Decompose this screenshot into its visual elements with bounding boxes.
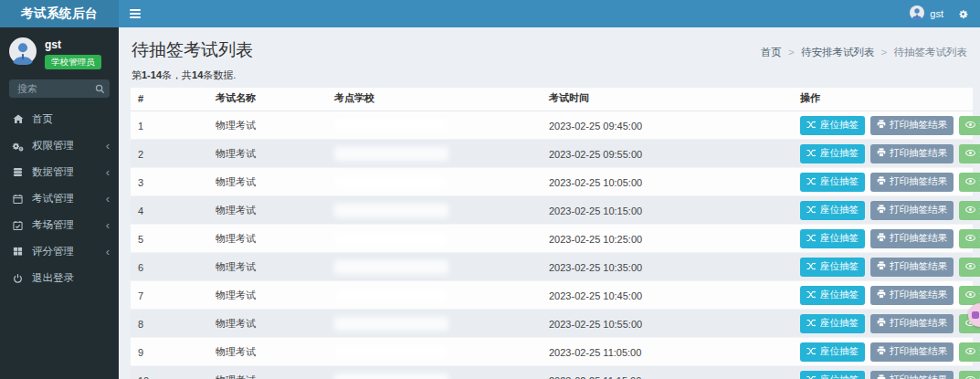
- eye-icon: [965, 233, 975, 244]
- print-draw-result-button[interactable]: 打印抽签结果: [870, 286, 954, 305]
- seat-draw-button[interactable]: 座位抽签: [800, 342, 865, 362]
- print-draw-result-button[interactable]: 打印抽签结果: [870, 258, 954, 277]
- print-draw-result-button[interactable]: 打印抽签结果: [870, 342, 954, 362]
- breadcrumb-home[interactable]: 首页: [761, 47, 782, 58]
- print-draw-result-button[interactable]: 打印抽签结果: [870, 173, 954, 192]
- actions-cell: 座位抽签 打印抽签结果 查看: [793, 196, 973, 225]
- calendar-icon: [12, 194, 24, 205]
- header-exam-time: 考试时间: [542, 88, 793, 111]
- power-icon: [12, 273, 24, 284]
- exam-school-cell: [327, 140, 542, 168]
- exam-time-cell: 2023-02-25 10:55:00: [542, 310, 793, 338]
- header-index: #: [131, 88, 208, 111]
- seat-draw-button[interactable]: 座位抽签: [800, 258, 865, 277]
- sidebar-toggle-icon[interactable]: [119, 0, 152, 27]
- print-draw-result-button[interactable]: 打印抽签结果: [870, 116, 954, 135]
- sidebar-item-logout[interactable]: 退出登录: [0, 265, 119, 291]
- sidebar-item-scoring[interactable]: 评分管理 ‹: [0, 238, 119, 265]
- sidebar-item-exam-rooms[interactable]: 考场管理 ‹: [0, 212, 119, 238]
- table-row: 8 物理考试 2023-02-25 10:55:00 座位抽签 打印抽签结果 查…: [131, 310, 973, 338]
- exam-school-cell: [327, 111, 542, 140]
- seat-draw-button[interactable]: 座位抽签: [800, 173, 865, 192]
- exam-time-cell: 2023-02-25 11:15:00: [542, 366, 793, 379]
- sidebar-user-panel: gst 学校管理员: [0, 27, 119, 77]
- seat-draw-button[interactable]: 座位抽签: [800, 201, 865, 220]
- page-title: 待抽签考试列表: [132, 38, 253, 62]
- view-button[interactable]: 查看: [959, 201, 980, 220]
- exam-time-cell: 2023-02-25 10:35:00: [542, 253, 793, 281]
- sidebar-item-exams[interactable]: 考试管理 ‹: [0, 185, 119, 212]
- table-row: 3 物理考试 2023-02-25 10:05:00 座位抽签 打印抽签结果 查…: [131, 168, 973, 196]
- seat-draw-button[interactable]: 座位抽签: [800, 144, 865, 163]
- view-button[interactable]: 查看: [959, 116, 980, 135]
- search-icon[interactable]: [93, 81, 107, 99]
- role-badge: 学校管理员: [45, 55, 101, 69]
- actions-cell: 座位抽签 打印抽签结果 查看: [793, 225, 973, 253]
- view-button[interactable]: 查看: [959, 173, 980, 192]
- exam-time-cell: 2023-02-25 10:05:00: [542, 168, 793, 196]
- exam-name-cell: 物理考试: [208, 196, 327, 225]
- sidebar: gst 学校管理员 首页 权限管理 ‹ 数据管理 ‹ 考试管理 ‹: [0, 27, 119, 379]
- redacted-school-value: [334, 175, 448, 189]
- row-index-cell: 3: [131, 168, 208, 196]
- exam-name-cell: 物理考试: [208, 225, 327, 253]
- print-draw-result-button[interactable]: 打印抽签结果: [870, 371, 954, 379]
- view-button[interactable]: 查看: [959, 371, 980, 379]
- app-logo[interactable]: 考试系统后台: [0, 0, 119, 27]
- printer-icon: [877, 261, 886, 272]
- topbar-user-menu[interactable]: gst: [910, 5, 943, 22]
- row-index-cell: 2: [131, 140, 208, 168]
- redacted-school-value: [334, 204, 448, 217]
- sidebar-item-permissions[interactable]: 权限管理 ‹: [0, 132, 119, 159]
- settings-gear-icon[interactable]: [957, 8, 969, 20]
- row-index-cell: 1: [131, 111, 208, 140]
- chevron-left-icon: ‹: [106, 193, 110, 205]
- breadcrumb-pending-exams[interactable]: 待安排考试列表: [801, 47, 875, 58]
- eye-icon: [965, 148, 975, 159]
- redacted-school-value: [334, 317, 448, 331]
- exam-school-cell: [327, 338, 542, 366]
- print-draw-result-button[interactable]: 打印抽签结果: [870, 201, 954, 220]
- table-row: 10 物理考试 2023-02-25 11:15:00 座位抽签 打印抽签结果 …: [131, 366, 973, 379]
- view-button[interactable]: 查看: [959, 229, 980, 248]
- seat-draw-button[interactable]: 座位抽签: [800, 314, 865, 333]
- sidebar-item-data[interactable]: 数据管理 ‹: [0, 159, 119, 185]
- print-draw-result-button[interactable]: 打印抽签结果: [870, 314, 954, 333]
- home-icon: [12, 114, 24, 124]
- exam-school-cell: [327, 196, 542, 225]
- shuffle-icon: [806, 233, 817, 244]
- table-row: 5 物理考试 2023-02-25 10:25:00 座位抽签 打印抽签结果 查…: [131, 225, 973, 253]
- printer-icon: [877, 148, 886, 159]
- redacted-school-value: [334, 147, 448, 161]
- seat-draw-button[interactable]: 座位抽签: [800, 116, 865, 135]
- view-button[interactable]: 查看: [959, 258, 980, 277]
- seat-draw-button[interactable]: 座位抽签: [800, 286, 865, 305]
- exam-school-cell: [327, 310, 542, 338]
- print-draw-result-button[interactable]: 打印抽签结果: [870, 229, 954, 248]
- user-avatar-icon: [910, 5, 924, 22]
- shuffle-icon: [806, 290, 817, 300]
- view-button[interactable]: 查看: [959, 286, 980, 305]
- printer-icon: [877, 120, 886, 131]
- exam-name-cell: 物理考试: [208, 366, 327, 379]
- print-draw-result-button[interactable]: 打印抽签结果: [870, 144, 954, 163]
- seat-draw-button[interactable]: 座位抽签: [800, 371, 865, 379]
- redacted-school-value: [334, 374, 448, 379]
- cogs-icon: [12, 141, 24, 152]
- exam-name-cell: 物理考试: [208, 140, 327, 168]
- seat-draw-button[interactable]: 座位抽签: [800, 229, 865, 248]
- topbar: 考试系统后台 gst: [0, 0, 980, 27]
- exam-name-cell: 物理考试: [208, 168, 327, 196]
- view-button[interactable]: 查看: [959, 342, 980, 362]
- exam-time-cell: 2023-02-25 09:45:00: [542, 111, 793, 140]
- chevron-left-icon: ‹: [106, 219, 110, 231]
- redacted-school-value: [334, 289, 448, 302]
- view-button[interactable]: 查看: [959, 144, 980, 163]
- actions-cell: 座位抽签 打印抽签结果 查看: [793, 253, 973, 281]
- sidebar-menu: 首页 权限管理 ‹ 数据管理 ‹ 考试管理 ‹ 考场管理 ‹ 评分管理 ‹: [0, 106, 119, 291]
- shuffle-icon: [806, 346, 817, 357]
- sidebar-item-home[interactable]: 首页: [0, 106, 119, 132]
- actions-cell: 座位抽签 打印抽签结果 查看: [793, 281, 973, 310]
- topbar-username: gst: [930, 8, 943, 19]
- eye-icon: [965, 205, 975, 216]
